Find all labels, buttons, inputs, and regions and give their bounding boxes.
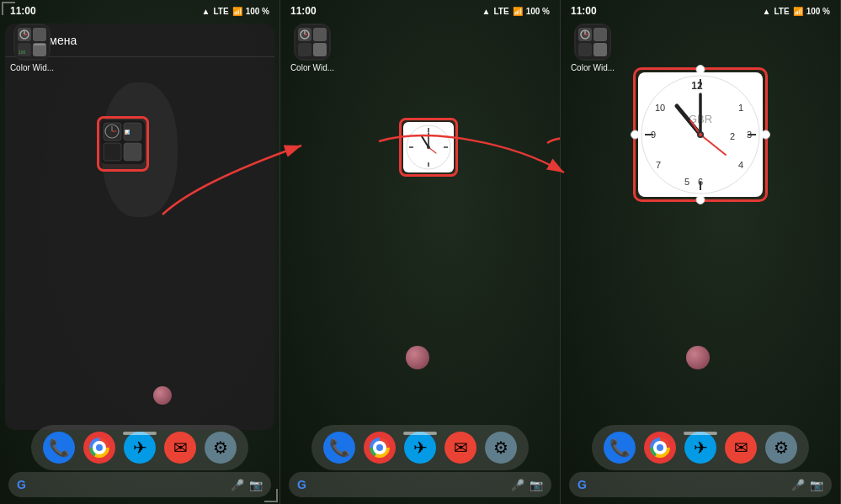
app-icon-img-3 (574, 24, 611, 61)
nav-indicator-1 (123, 432, 157, 435)
phone-panel-2: 11:00 ▲ LTE 📶 100 % Color Wid... (280, 0, 561, 504)
svg-text:1: 1 (738, 103, 743, 113)
lens-icon-1: 📷 (249, 479, 263, 491)
dock-telegram-3[interactable]: ✈ (684, 432, 716, 464)
nav-indicator-3 (684, 432, 717, 435)
phone-panel-3: 11:00 ▲ LTE 📶 100 % Color Wid... (561, 0, 841, 504)
svg-rect-46 (593, 43, 607, 56)
svg-point-41 (376, 444, 383, 451)
dock-settings-3[interactable]: ⚙ (765, 432, 797, 464)
status-icons-1: ▲ LTE 📶 100 % (202, 7, 269, 16)
svg-text:📊: 📊 (125, 130, 130, 135)
svg-point-21 (96, 444, 103, 451)
svg-text:5: 5 (684, 177, 689, 187)
battery-2: 100 % (526, 7, 550, 16)
app-icon-top-2[interactable]: Color Wid... (287, 24, 338, 72)
clock-svg-small-2 (406, 125, 451, 170)
app-icon-top-3[interactable]: Color Wid... (567, 24, 618, 72)
mic-icon-2: 🎤 (511, 479, 524, 491)
svg-rect-14 (104, 143, 121, 161)
mic-icon-1: 🎤 (231, 479, 244, 491)
battery-3: 100 % (806, 7, 830, 16)
lens-icon-3: 📷 (810, 479, 823, 491)
svg-text:100: 100 (19, 50, 26, 55)
wifi-icon-1: 📶 (232, 7, 242, 16)
wifi-icon-3: 📶 (793, 7, 803, 16)
app-icon-img-1: 100 (13, 24, 51, 61)
google-g-3: G (578, 478, 587, 491)
svg-rect-8 (34, 44, 45, 45)
signal-icon-3: ▲ (763, 7, 771, 16)
picker-content: 📊 (5, 57, 274, 430)
clock-widget-small-2 (399, 118, 458, 177)
time-3: 11:00 (571, 5, 597, 17)
time-2: 11:00 (290, 5, 317, 17)
dock-settings-2[interactable]: ⚙ (485, 432, 517, 464)
status-bar-1: 11:00 ▲ LTE 📶 100 % (0, 0, 279, 20)
nav-indicator-2 (403, 432, 437, 435)
widget-picker-overlay: ✕ Отмена (5, 24, 274, 430)
status-icons-2: ▲ LTE 📶 100 % (482, 7, 550, 16)
signal-icon-2: ▲ (482, 7, 491, 16)
dock-settings-1[interactable]: ⚙ (205, 432, 237, 464)
svg-text:4: 4 (738, 160, 743, 170)
search-bar-3[interactable]: G 🎤 📷 (569, 472, 832, 497)
app-icon-top-1[interactable]: 100 Color Wid... (7, 24, 57, 72)
app-icon-label-2: Color Wid... (287, 63, 338, 72)
svg-rect-2 (33, 28, 46, 41)
google-g-2: G (297, 478, 306, 491)
svg-rect-26 (313, 43, 327, 56)
lte-label-2: LTE (493, 7, 508, 16)
dock-telegram-1[interactable]: ✈ (124, 432, 156, 464)
svg-text:2: 2 (730, 131, 735, 141)
dock-gmail-1[interactable]: ✉ (164, 432, 196, 464)
wifi-icon-2: 📶 (513, 7, 523, 16)
dock-telegram-2[interactable]: ✈ (404, 432, 436, 464)
svg-text:10: 10 (655, 103, 665, 113)
signal-icon-1: ▲ (202, 7, 210, 16)
svg-point-38 (427, 146, 430, 149)
status-bar-2: 11:00 ▲ LTE 📶 100 % (280, 0, 560, 20)
dock-phone-1[interactable]: 📞 (43, 432, 75, 464)
svg-text:7: 7 (656, 160, 661, 170)
dock-phone-3[interactable]: 📞 (604, 432, 636, 464)
svg-rect-15 (124, 143, 141, 161)
clock-widget-large-3: 12 1 3 4 6 7 9 10 2 5 GBR (633, 67, 768, 202)
svg-rect-45 (578, 43, 592, 56)
app-icon-label-3: Color Wid... (567, 63, 618, 72)
search-bar-1[interactable]: G 🎤 📷 (8, 472, 271, 497)
dock-chrome-3[interactable] (644, 432, 676, 464)
svg-rect-9 (34, 47, 42, 49)
battery-1: 100 % (246, 7, 269, 16)
search-bar-2[interactable]: G 🎤 📷 (289, 472, 551, 497)
svg-point-71 (699, 133, 702, 136)
dock-chrome-2[interactable] (364, 432, 396, 464)
time-1: 11:00 (10, 5, 36, 17)
svg-rect-25 (298, 43, 311, 56)
dock-chrome-1[interactable] (83, 432, 115, 464)
lte-label-3: LTE (774, 7, 789, 16)
app-icon-label-1: Color Wid... (7, 63, 57, 72)
widget-icon-highlighted: 📊 (97, 116, 149, 172)
phone-panel-1: 11:00 ▲ LTE 📶 100 % 100 (0, 0, 280, 504)
svg-rect-24 (313, 28, 327, 41)
dock-gmail-2[interactable]: ✉ (444, 432, 476, 464)
lte-label-1: LTE (213, 7, 228, 16)
svg-rect-44 (593, 28, 607, 41)
lens-icon-2: 📷 (530, 479, 543, 491)
status-bar-3: 11:00 ▲ LTE 📶 100 % (561, 0, 840, 20)
status-icons-3: ▲ LTE 📶 100 % (763, 7, 830, 16)
svg-point-73 (657, 444, 663, 451)
app-icon-img-2 (294, 24, 331, 61)
clock-svg-large: 12 1 3 4 6 7 9 10 2 5 GBR (640, 74, 761, 195)
dock-gmail-3[interactable]: ✉ (725, 432, 757, 464)
mic-icon-3: 🎤 (791, 479, 805, 491)
google-g-1: G (17, 478, 26, 491)
dock-phone-2[interactable]: 📞 (323, 432, 355, 464)
